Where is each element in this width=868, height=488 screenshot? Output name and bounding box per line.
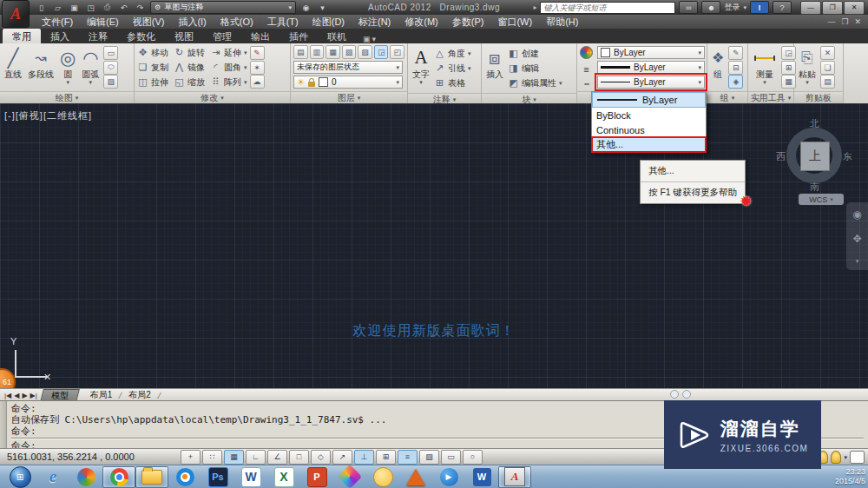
draw-panel-label[interactable]: 绘图▾ — [0, 91, 134, 103]
create-block-button[interactable]: ◧创建 — [508, 46, 562, 61]
menu-tools[interactable]: 工具(T) — [260, 15, 306, 29]
steering-wheel-icon[interactable]: ◉ — [852, 208, 861, 221]
fillet-button[interactable]: ◜圆角▾ — [210, 60, 247, 75]
undo-icon[interactable]: ↶ — [117, 3, 130, 13]
layer-properties-icon[interactable]: ▤ — [293, 45, 308, 59]
start-button[interactable]: ⊞ — [3, 466, 36, 488]
linetype-option-other[interactable]: 其他... — [592, 137, 706, 152]
save-as-icon[interactable]: ◳ — [84, 3, 97, 13]
viewcube-top-face[interactable]: 上 — [800, 142, 830, 171]
signin-label[interactable]: 登录 — [724, 2, 740, 13]
erase-icon[interactable]: ✎ — [250, 46, 265, 60]
dynamic-ucs-toggle[interactable]: ⊥ — [354, 450, 374, 465]
explode-icon[interactable]: ✶ — [250, 61, 265, 75]
menu-dimension[interactable]: 标注(N) — [352, 15, 398, 29]
taskbar-media-player[interactable]: ▶ — [432, 466, 465, 488]
group-panel-label[interactable]: 组▾ — [707, 91, 747, 103]
taskbar-word[interactable]: W — [234, 466, 267, 488]
tab-parametric[interactable]: 参数化 — [117, 29, 165, 43]
tab-manage[interactable]: 管理 — [203, 29, 241, 43]
dimension-button[interactable]: △角度▾ — [434, 46, 471, 61]
layer-isolate-icon[interactable]: ▦ — [326, 45, 340, 59]
cut-icon[interactable]: ✕ — [820, 46, 835, 60]
pan-icon[interactable]: ✥ — [852, 233, 861, 245]
new-file-icon[interactable]: ▯ — [35, 3, 48, 13]
menu-format[interactable]: 格式(O) — [214, 15, 260, 29]
taskbar-ie[interactable]: e — [36, 466, 69, 488]
doc-close-icon[interactable]: ✕ — [854, 17, 861, 26]
layers-panel-label[interactable]: 图层▾ — [291, 91, 407, 103]
menu-modify[interactable]: 修改(M) — [398, 15, 445, 29]
tab-annotate[interactable]: 注释 — [79, 29, 117, 43]
object-snap-tracking-toggle[interactable]: ↗ — [332, 450, 352, 465]
leader-button[interactable]: ↗引线▾ — [434, 61, 471, 76]
mirror-button[interactable]: ⋀镜像 — [174, 60, 205, 75]
user-icon[interactable]: ☻ — [701, 1, 720, 14]
grid-toggle[interactable]: ▦ — [224, 450, 244, 465]
group-selection-icon[interactable]: ◈ — [728, 75, 743, 89]
taskbar-paint[interactable] — [366, 466, 399, 488]
layer-match-icon[interactable]: ◲ — [374, 45, 389, 59]
chevron-down-icon[interactable]: ▾ — [743, 4, 746, 10]
tab-output[interactable]: 输出 — [241, 29, 279, 43]
lineweight-dropdown[interactable]: ByLayer ▾ — [597, 61, 705, 74]
ortho-toggle[interactable]: ∟ — [246, 450, 266, 465]
taskbar-360-browser[interactable] — [69, 466, 102, 488]
transparency-toggle[interactable]: ▨ — [419, 450, 439, 465]
insert-block-button[interactable]: ⧈ 插入 — [484, 45, 505, 91]
viewcube-west[interactable]: 西 — [776, 150, 786, 163]
quick-properties-toggle[interactable]: ▭ — [441, 450, 461, 465]
layer-off-icon[interactable]: ▥ — [310, 45, 325, 59]
infocenter-arrow-icon[interactable]: ▸ — [533, 3, 536, 11]
linetype-option-continuous[interactable]: Continuous — [592, 122, 706, 137]
move-button[interactable]: ✥移动 — [137, 45, 168, 60]
tab-plugins[interactable]: 插件 — [279, 29, 318, 43]
redo-icon[interactable]: ↷ — [134, 3, 147, 13]
layer-prev-icon[interactable]: ◰ — [390, 45, 404, 59]
menu-view[interactable]: 视图(V) — [126, 15, 172, 29]
tab-home[interactable]: 常用 — [3, 29, 41, 43]
linetype-option-bylayer[interactable]: ByLayer — [592, 92, 706, 108]
tab-view[interactable]: 视图 — [165, 29, 203, 43]
menu-insert[interactable]: 插入(I) — [171, 15, 213, 29]
ungroup-icon[interactable]: ✎ — [728, 46, 743, 60]
3d-object-snap-toggle[interactable]: ◇ — [311, 450, 331, 465]
doc-restore-icon[interactable]: ❐ — [841, 17, 848, 26]
selection-cycling-toggle[interactable]: ○ — [463, 450, 483, 465]
lineweight-list-icon[interactable]: ≡ — [583, 64, 589, 75]
chevron-down-icon[interactable]: ▾ — [844, 454, 847, 460]
group-edit-icon[interactable]: ⊟ — [728, 61, 743, 75]
prev-tab-icon[interactable]: ◀ — [14, 392, 19, 399]
system-clock[interactable]: 23:23 2015/4/5 — [835, 467, 865, 486]
rectangle-button[interactable]: ▭ — [103, 46, 118, 60]
array-button[interactable]: ⠿阵列▾ — [210, 75, 247, 89]
menu-file[interactable]: 文件(F) — [35, 15, 80, 29]
object-color-icon[interactable] — [580, 46, 593, 59]
restore-button[interactable]: ❐ — [822, 1, 843, 15]
layer-state-dropdown[interactable]: 未保存的图层状态 ▾ — [293, 61, 403, 74]
measure-button[interactable]: 测量 ▾ — [751, 45, 779, 89]
wcs-button[interactable]: WCS▾ — [799, 194, 844, 205]
taskbar-autocad[interactable]: A — [498, 466, 531, 488]
first-tab-icon[interactable]: |◀ — [4, 392, 11, 399]
plot-icon[interactable]: ⎙ — [101, 3, 114, 13]
dynamic-input-toggle[interactable]: ⊞ — [376, 450, 396, 465]
hatch-button[interactable]: ▨ — [103, 75, 118, 89]
drawing-canvas[interactable]: [-][俯视][二维线框] 欢迎使用新版桌面歌词！ 北 南 西 东 上 WCS▾… — [0, 103, 868, 388]
snap-toggle[interactable]: ∷ — [202, 450, 222, 465]
scale-button[interactable]: ◱缩放 — [174, 75, 205, 89]
application-menu-button[interactable]: A — [2, 0, 30, 28]
viewcube[interactable]: 北 南 西 东 上 — [778, 119, 851, 192]
open-file-icon[interactable]: ▱ — [51, 3, 64, 13]
taskbar-explorer[interactable] — [135, 466, 168, 488]
linetype-option-byblock[interactable]: ByBlock — [592, 108, 706, 122]
fade-icon[interactable]: ☁ — [250, 75, 265, 89]
hardware-acceleration-icon[interactable] — [831, 451, 841, 464]
text-button[interactable]: A 文字 ▾ — [411, 45, 431, 91]
doc-minimize-icon[interactable]: — — [827, 17, 835, 26]
edit-attributes-button[interactable]: ◩编辑属性▾ — [508, 76, 562, 90]
taskbar-wps[interactable]: W — [465, 466, 498, 488]
viewcube-east[interactable]: 东 — [843, 150, 852, 163]
clean-screen-icon[interactable] — [850, 451, 865, 464]
linetype-dropdown[interactable]: ByLayer ▾ — [597, 76, 705, 89]
